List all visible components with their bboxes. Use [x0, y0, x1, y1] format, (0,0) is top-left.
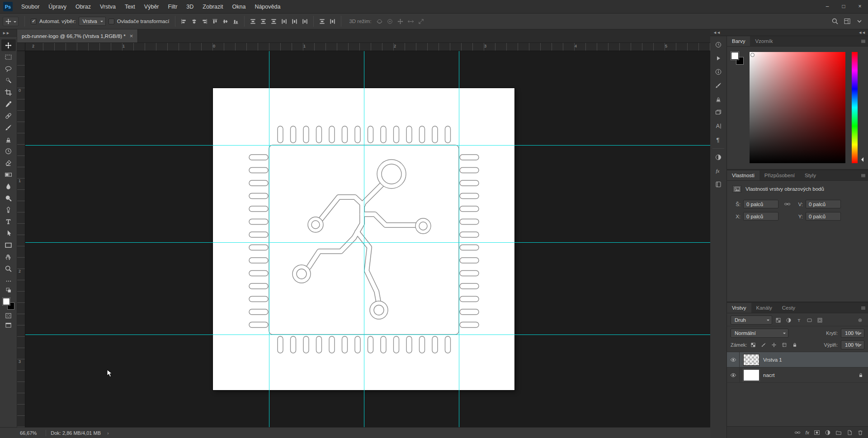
- panel-menu-icon[interactable]: [858, 170, 868, 180]
- canvas-area[interactable]: 21012345 0123: [17, 43, 710, 427]
- link-layers-icon[interactable]: [794, 429, 801, 436]
- search-icon[interactable]: [830, 16, 840, 27]
- lock-transparent-pixels-icon[interactable]: [749, 340, 758, 349]
- menu-item-obraz[interactable]: Obraz: [71, 0, 95, 14]
- link-dimensions-icon[interactable]: [781, 201, 793, 207]
- layers-tab-kan-ly[interactable]: Kanály: [751, 303, 777, 313]
- hue-slider[interactable]: [852, 52, 858, 163]
- menu-item--pravy[interactable]: Úpravy: [44, 0, 71, 14]
- foreground-color-swatch[interactable]: [3, 298, 10, 305]
- add-layer-mask-icon[interactable]: [814, 429, 820, 436]
- new-layer-icon[interactable]: [846, 429, 853, 436]
- layer-comps-panel-icon[interactable]: [711, 106, 726, 119]
- tool-preset-picker[interactable]: [3, 17, 19, 26]
- distribute-bottom-icon[interactable]: [269, 16, 279, 27]
- align-center-horizontal-icon[interactable]: [189, 16, 199, 27]
- layer-thumbnail[interactable]: [743, 369, 760, 381]
- menu-item-text[interactable]: Text: [120, 0, 140, 14]
- transform-controls-checkbox[interactable]: Ovladače transformací: [108, 19, 170, 24]
- panel-menu-icon[interactable]: [858, 36, 868, 46]
- eraser-tool[interactable]: [1, 157, 16, 169]
- menu-item-vrstva[interactable]: Vrstva: [95, 0, 120, 14]
- menu-item-n-pov-da[interactable]: Nápověda: [250, 0, 285, 14]
- foreground-background-swatches[interactable]: [3, 298, 14, 310]
- distribute-spacing-horizontal-icon[interactable]: [327, 16, 338, 27]
- distribute-top-icon[interactable]: [248, 16, 258, 27]
- zoom-level-field[interactable]: 66,67%: [0, 430, 41, 436]
- filter-type-layers-icon[interactable]: T: [794, 316, 803, 325]
- menu-item-filtr[interactable]: Filtr: [164, 0, 182, 14]
- new-adjustment-layer-icon[interactable]: [825, 429, 831, 436]
- distribute-left-icon[interactable]: [279, 16, 289, 27]
- properties-tab-vlastnosti[interactable]: Vlastnosti: [727, 170, 760, 180]
- lock-image-pixels-icon[interactable]: [759, 340, 768, 349]
- align-right-icon[interactable]: [199, 16, 210, 27]
- type-tool[interactable]: [1, 216, 16, 227]
- history-panel-icon[interactable]: [711, 38, 726, 52]
- quick-mask-icon[interactable]: [5, 312, 12, 319]
- distribute-center-vertical-icon[interactable]: [258, 16, 269, 27]
- y-field[interactable]: 0 palců: [806, 212, 841, 221]
- filter-toggle-icon[interactable]: [855, 316, 864, 325]
- blur-tool[interactable]: [1, 180, 16, 192]
- saturation-brightness-field[interactable]: [750, 52, 845, 163]
- distribute-center-horizontal-icon[interactable]: [289, 16, 300, 27]
- screen-mode-icon[interactable]: [5, 322, 12, 329]
- filter-adjustment-layers-icon[interactable]: [784, 316, 793, 325]
- auto-select-target-dropdown[interactable]: Vrstva: [79, 17, 106, 26]
- document-tab[interactable]: pcb-runner-logo @ 66,7% (Vrstva 1,RGB/8)…: [17, 29, 138, 42]
- info-panel-icon[interactable]: [711, 65, 726, 79]
- styles-panel-icon[interactable]: fx: [711, 164, 726, 178]
- layer-row-nacrt[interactable]: nacrt: [727, 367, 868, 383]
- horizontal-ruler[interactable]: 21012345: [25, 43, 710, 51]
- layer-style-icon[interactable]: fx: [805, 430, 809, 435]
- 3d-pan-icon[interactable]: [395, 16, 406, 27]
- layer-thumbnail[interactable]: [743, 354, 760, 366]
- 3d-orbit-icon[interactable]: [374, 16, 385, 27]
- paragraph-panel-icon[interactable]: ¶: [711, 133, 726, 146]
- align-left-icon[interactable]: [179, 16, 189, 27]
- guide-vertical[interactable]: [459, 51, 459, 427]
- distribute-spacing-vertical-icon[interactable]: [317, 16, 327, 27]
- filter-pixel-layers-icon[interactable]: [774, 316, 783, 325]
- 3d-scale-icon[interactable]: [416, 16, 426, 27]
- guide-horizontal[interactable]: [25, 242, 710, 243]
- default-colors-icon[interactable]: [5, 287, 12, 293]
- path-selection-tool[interactable]: [1, 227, 16, 239]
- width-field[interactable]: 0 palců: [743, 200, 778, 208]
- layers-tab-vrstvy[interactable]: Vrstvy: [727, 303, 751, 313]
- actions-panel-icon[interactable]: [711, 52, 726, 65]
- maximize-button[interactable]: □: [835, 0, 852, 14]
- auto-select-checkbox[interactable]: ✓ Automat. výběr:: [31, 19, 76, 24]
- layer-row-vrstva-1[interactable]: Vrstva 1: [727, 352, 868, 367]
- guide-horizontal[interactable]: [25, 145, 710, 146]
- ruler-origin-corner[interactable]: [17, 43, 25, 51]
- panel-menu-icon[interactable]: [858, 303, 868, 313]
- properties-tab-p-izp-soben-[interactable]: Přizpůsobení: [760, 170, 800, 180]
- rectangle-tool[interactable]: [1, 239, 16, 251]
- align-top-icon[interactable]: [210, 16, 220, 27]
- vertical-ruler[interactable]: 0123: [17, 51, 25, 427]
- dodge-tool[interactable]: [1, 192, 16, 204]
- properties-tab-styly[interactable]: Styly: [800, 170, 821, 180]
- align-center-vertical-icon[interactable]: [220, 16, 231, 27]
- 3d-roll-icon[interactable]: [385, 16, 395, 27]
- layer-visibility-toggle[interactable]: [727, 367, 740, 382]
- spot-healing-tool[interactable]: [1, 110, 16, 122]
- filter-smart-objects-icon[interactable]: [815, 316, 824, 325]
- gradient-tool[interactable]: [1, 169, 16, 180]
- guide-vertical[interactable]: [269, 51, 269, 427]
- collapse-panels-icon[interactable]: ◄◄: [858, 30, 865, 35]
- lock-artboard-icon[interactable]: [780, 340, 789, 349]
- hand-tool[interactable]: [1, 251, 16, 263]
- filter-shape-layers-icon[interactable]: [805, 316, 814, 325]
- chevron-down-icon[interactable]: [854, 16, 864, 27]
- pen-tool[interactable]: [1, 204, 16, 216]
- brush-settings-panel-icon[interactable]: [711, 79, 726, 92]
- hue-slider-marker[interactable]: [859, 157, 863, 162]
- clone-source-panel-icon[interactable]: [711, 92, 726, 106]
- guide-vertical[interactable]: [364, 51, 364, 427]
- menu-item-v-b-r[interactable]: Výběr: [140, 0, 164, 14]
- adjustments-panel-icon[interactable]: [711, 151, 726, 164]
- foreground-color-swatch[interactable]: [731, 52, 739, 60]
